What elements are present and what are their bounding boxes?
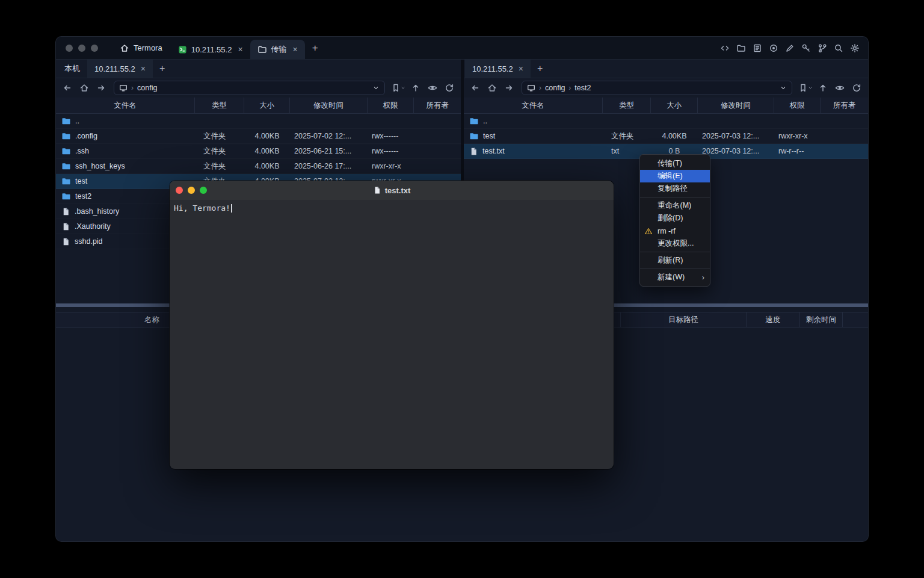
folder-icon bbox=[61, 116, 71, 126]
tab-close-button[interactable]: × bbox=[141, 64, 146, 73]
tab-close-button[interactable]: × bbox=[519, 64, 523, 73]
branch-icon[interactable] bbox=[818, 43, 827, 53]
column-header[interactable]: 修改时间 bbox=[698, 98, 774, 113]
column-header[interactable]: 类型 bbox=[195, 98, 244, 113]
file-icon bbox=[61, 237, 70, 246]
caret-down-sm-icon bbox=[401, 85, 405, 90]
back-button[interactable] bbox=[469, 81, 482, 95]
editor-titlebar[interactable]: test.txt bbox=[170, 181, 614, 200]
column-header[interactable]: 所有者 bbox=[414, 98, 461, 113]
minimize-window-button[interactable] bbox=[78, 45, 85, 52]
app-tab-传输[interactable]: 传输× bbox=[250, 40, 305, 59]
column-header[interactable]: 文件名 bbox=[464, 98, 603, 113]
panel-tab-10.211.55.2[interactable]: 10.211.55.2× bbox=[87, 60, 153, 78]
file-permissions-cell: rw-r--r-- bbox=[774, 144, 821, 158]
column-header[interactable]: 修改时间 bbox=[290, 98, 368, 113]
new-panel-tab-button[interactable]: + bbox=[531, 60, 549, 78]
file-modified-cell bbox=[290, 114, 368, 128]
eye-icon bbox=[835, 83, 845, 93]
menu-item-编辑(E)[interactable]: 编辑(E) bbox=[640, 170, 710, 182]
log-icon[interactable] bbox=[753, 43, 762, 53]
menu-item-rm -rf[interactable]: rm -rf bbox=[640, 225, 710, 237]
app-tab-label: 传输 bbox=[271, 44, 287, 55]
breadcrumb-item[interactable]: config bbox=[545, 84, 565, 92]
editor-close-button[interactable] bbox=[176, 187, 183, 194]
bookmark-icon bbox=[798, 83, 808, 93]
up-button[interactable] bbox=[816, 81, 830, 95]
column-header[interactable]: 文件名 bbox=[56, 98, 195, 113]
refresh-button[interactable] bbox=[850, 81, 863, 95]
column-header[interactable]: 权限 bbox=[368, 98, 414, 113]
pencil-icon[interactable] bbox=[785, 43, 795, 53]
file-name: .. bbox=[75, 117, 79, 125]
tab-close-button[interactable]: × bbox=[293, 45, 298, 54]
new-panel-tab-button[interactable]: + bbox=[153, 60, 171, 78]
terminal-icon bbox=[178, 45, 187, 54]
folder-outline-icon[interactable] bbox=[736, 43, 746, 53]
home-button[interactable] bbox=[485, 81, 499, 95]
back-button[interactable] bbox=[61, 81, 74, 95]
menu-item-重命名(M)[interactable]: 重命名(M) bbox=[640, 199, 710, 212]
settings-icon[interactable] bbox=[850, 43, 860, 53]
file-row[interactable]: test文件夹4.00KB2025-07-03 12:...rwxr-xr-x bbox=[464, 129, 868, 144]
panel-tab-本机[interactable]: 本机 bbox=[57, 60, 87, 78]
show-hidden-button[interactable] bbox=[833, 81, 846, 95]
column-header[interactable]: 权限 bbox=[774, 98, 821, 113]
editor-content-area[interactable]: Hi, Termora! bbox=[170, 200, 614, 469]
file-row[interactable]: .. bbox=[464, 114, 868, 129]
file-row[interactable]: .. bbox=[56, 114, 461, 129]
transfer-column-header[interactable]: 目标路径 bbox=[620, 312, 747, 327]
menu-item-label: 复制路径 bbox=[658, 184, 688, 194]
close-window-button[interactable] bbox=[66, 45, 73, 52]
zoom-window-button[interactable] bbox=[91, 45, 98, 52]
transfer-column-header[interactable]: 剩余时间 bbox=[800, 312, 843, 327]
transfer-column-header[interactable]: 速度 bbox=[747, 312, 800, 327]
home-tab[interactable]: Termora bbox=[111, 37, 171, 59]
up-button[interactable] bbox=[409, 81, 422, 95]
tab-close-button[interactable]: × bbox=[238, 45, 242, 54]
column-header[interactable]: 大小 bbox=[244, 98, 290, 113]
bookmark-button[interactable] bbox=[391, 81, 405, 95]
home-button[interactable] bbox=[78, 81, 91, 95]
app-tab-10.211.55.2[interactable]: 10.211.55.2× bbox=[171, 40, 250, 59]
breadcrumb-item[interactable]: config bbox=[137, 84, 157, 92]
record-icon[interactable] bbox=[769, 43, 778, 53]
show-hidden-button[interactable] bbox=[426, 81, 439, 95]
forward-button[interactable] bbox=[502, 81, 516, 95]
editor-zoom-button[interactable] bbox=[200, 187, 207, 194]
titlebar: Termora 10.211.55.2×传输× + bbox=[56, 37, 868, 60]
menu-item-删除(D)[interactable]: 删除(D) bbox=[640, 212, 710, 225]
forward-button[interactable] bbox=[94, 81, 108, 95]
key-icon[interactable] bbox=[801, 43, 811, 53]
new-tab-button[interactable]: + bbox=[305, 42, 325, 54]
menu-item-新建(W)[interactable]: 新建(W)› bbox=[640, 271, 710, 284]
breadcrumb-item[interactable]: test2 bbox=[574, 84, 591, 92]
menu-item-更改权限...[interactable]: 更改权限... bbox=[640, 237, 710, 250]
menu-item-label: 重命名(M) bbox=[658, 200, 691, 211]
file-owner-cell bbox=[414, 159, 461, 173]
file-modified-cell bbox=[698, 114, 774, 128]
file-name: test bbox=[483, 132, 495, 140]
forward-icon bbox=[504, 83, 514, 93]
panel-tab-10.211.55.2[interactable]: 10.211.55.2× bbox=[465, 60, 531, 78]
code-icon[interactable] bbox=[720, 43, 730, 53]
app-tabs: 10.211.55.2×传输× bbox=[171, 37, 305, 59]
bookmark-button[interactable] bbox=[798, 81, 813, 95]
file-row[interactable]: .config文件夹4.00KB2025-07-02 12:...rwx----… bbox=[56, 129, 461, 144]
menu-item-label: rm -rf bbox=[658, 227, 676, 235]
menu-item-复制路径[interactable]: 复制路径 bbox=[640, 182, 710, 195]
column-header[interactable]: 大小 bbox=[651, 98, 698, 113]
column-header[interactable]: 所有者 bbox=[821, 98, 868, 113]
menu-item-刷新(R)[interactable]: 刷新(R) bbox=[640, 254, 710, 267]
menu-item-传输(T)[interactable]: 传输(T) bbox=[640, 157, 710, 170]
file-row[interactable]: .ssh文件夹4.00KB2025-06-21 15:...rwx------ bbox=[56, 144, 461, 159]
editor-window-controls bbox=[176, 187, 207, 194]
column-header[interactable]: 类型 bbox=[603, 98, 651, 113]
editor-minimize-button[interactable] bbox=[188, 187, 195, 194]
path-breadcrumb[interactable]: ›config bbox=[114, 81, 385, 95]
file-row[interactable]: ssh_host_keys文件夹4.00KB2025-06-26 17:...r… bbox=[56, 159, 461, 174]
refresh-button[interactable] bbox=[443, 81, 456, 95]
search-icon[interactable] bbox=[834, 43, 843, 53]
file-name: test.txt bbox=[482, 147, 505, 155]
path-breadcrumb[interactable]: ›config›test2 bbox=[522, 81, 792, 95]
